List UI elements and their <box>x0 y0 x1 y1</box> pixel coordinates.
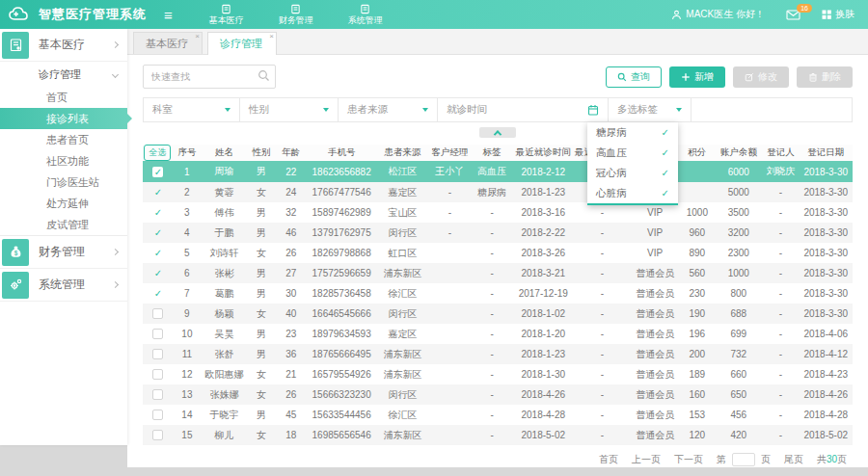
user-greeting[interactable]: MACK医生 你好！ <box>671 8 765 21</box>
tab-bar: 基本医疗 × 诊疗管理 × <box>127 29 868 55</box>
cell-source: 虹口区 <box>377 243 427 263</box>
check-icon: ✓ <box>662 147 669 158</box>
query-button[interactable]: 查询 <box>606 66 662 88</box>
table-row[interactable]: 7 葛鹏 男 30 18285736458 徐汇区 - 2017-12-19 -… <box>143 283 853 304</box>
tag-option-label: 糖尿病 <box>596 126 627 140</box>
sidebar: 基本医疗 诊疗管理 首页 接诊列表 患者首页 社区功能 门诊医生站 <box>0 29 127 445</box>
cell-age: 24 <box>276 182 306 202</box>
notifications-button[interactable]: 16 <box>786 10 800 20</box>
edit-button[interactable]: 修改 <box>733 66 789 88</box>
row-checkbox[interactable] <box>152 308 163 319</box>
cell-doctor: - <box>574 223 630 243</box>
first-page-button[interactable]: 首页 <box>599 453 618 466</box>
row-checkbox[interactable] <box>152 329 163 339</box>
add-button[interactable]: 新增 <box>669 66 725 88</box>
content-tab[interactable]: 基本医疗 × <box>133 32 203 54</box>
chevron-up-icon <box>494 130 502 138</box>
table-row[interactable]: 3 傅伟 男 32 15897462989 宝山区 - - 2018-3-16 … <box>143 202 853 223</box>
table-row[interactable]: 10 吴昊 男 23 18979634593 嘉定区 - 2018-1-20 -… <box>143 324 853 344</box>
row-checkbox[interactable] <box>152 349 163 359</box>
page-number-input[interactable] <box>732 453 755 466</box>
table-row[interactable]: 11 张舒 男 36 18765666495 浦东新区 - 2018-1-23 … <box>143 344 853 364</box>
cell-points: 160 <box>680 384 715 405</box>
tab-close-icon[interactable]: × <box>269 33 274 40</box>
row-checkbox[interactable] <box>152 268 163 278</box>
tag-option-label: 冠心病 <box>596 167 627 180</box>
row-checkbox[interactable] <box>152 227 163 238</box>
cell-doctor: - <box>574 364 630 384</box>
tag-option[interactable]: 糖尿病 ✓ <box>587 122 678 143</box>
table-row[interactable]: 5 刘诗轩 女 26 18269798868 虹口区 - 2018-3-26 -… <box>143 243 853 263</box>
delete-button[interactable]: 删除 <box>797 66 853 88</box>
cell-name: 柳儿 <box>202 425 247 445</box>
cell-points <box>680 161 715 182</box>
tag-option[interactable]: 高血压 ✓ <box>587 143 678 163</box>
row-checkbox[interactable] <box>152 187 163 198</box>
cell-balance: 1000 <box>715 263 763 283</box>
table-row[interactable]: 14 于晓宇 男 45 15633544456 徐汇区 - 2018-4-28 … <box>143 405 853 425</box>
row-checkbox[interactable] <box>152 369 163 380</box>
hamburger-menu-icon[interactable]: ≡ <box>164 8 173 22</box>
cell-source: 嘉定区 <box>377 324 427 344</box>
tab-close-icon[interactable]: × <box>195 33 200 40</box>
sidebar-section-finance[interactable]: $ 财务管理 <box>0 236 127 269</box>
row-checkbox[interactable] <box>152 207 163 218</box>
gender-select[interactable]: 性别 <box>240 98 339 121</box>
tag-option[interactable]: 心脏病 ✓ <box>587 183 678 203</box>
sidebar-menu-item[interactable]: 社区功能 <box>0 150 127 172</box>
table-row[interactable]: 2 黄蓉 女 24 17667477546 嘉定区 - 糖尿病 2018-1-2… <box>143 182 853 202</box>
department-select[interactable]: 科室 <box>144 98 240 121</box>
table-row[interactable]: 1 周瑜 男 22 18623656882 松江区 王小丫 高血压 2018-2… <box>143 161 853 182</box>
cell-gender: 男 <box>247 344 277 364</box>
cell-age: 21 <box>276 364 306 384</box>
table-row[interactable]: 9 杨颖 女 40 16646545666 闵行区 - 2018-1-02 - … <box>143 304 853 324</box>
select-all-checkbox[interactable]: 全选 <box>144 145 171 161</box>
sidebar-menu-item[interactable]: 处方延伸 <box>0 193 127 214</box>
row-checkbox[interactable] <box>152 248 163 258</box>
sidebar-menu-item[interactable]: 首页 <box>0 87 127 108</box>
table-row[interactable]: 4 于鹏 男 46 13791762975 闵行区 - - 2018-2-22 … <box>143 223 853 243</box>
row-checkbox[interactable] <box>152 410 163 420</box>
visit-time-picker[interactable]: 就诊时间 <box>438 98 609 121</box>
row-checkbox[interactable] <box>152 167 163 177</box>
table-row[interactable]: 15 柳儿 女 18 16985656546 浦东新区 - 2018-5-02 … <box>143 425 853 445</box>
top-nav-item[interactable]: 财务管理 <box>279 4 313 25</box>
top-nav-item[interactable]: 基本医疗 <box>209 4 244 25</box>
patient-source-select[interactable]: 患者来源 <box>339 98 438 121</box>
sidebar-menu-item[interactable]: 患者首页 <box>0 129 127 150</box>
cell-gender: 男 <box>247 223 277 243</box>
prev-page-button[interactable]: 上一页 <box>632 453 661 466</box>
sidebar-section-basic-medical[interactable]: 基本医疗 <box>0 29 127 62</box>
cell-registrar: - <box>763 263 800 283</box>
cell-gender: 男 <box>247 161 277 182</box>
content-tab[interactable]: 诊疗管理 × <box>207 32 277 55</box>
sidebar-menu-item[interactable]: 接诊列表 <box>0 108 127 129</box>
table-row[interactable]: 6 张彬 男 27 17572596659 浦东新区 - 2018-3-21 -… <box>143 263 853 283</box>
cell-registrar: - <box>763 202 800 223</box>
row-checkbox[interactable] <box>152 430 163 440</box>
sidebar-section-system[interactable]: 系统管理 <box>0 269 127 302</box>
search-input[interactable] <box>143 65 276 89</box>
sidebar-submenu-treatment-mgmt[interactable]: 诊疗管理 <box>0 62 127 87</box>
cell-source: 嘉定区 <box>377 182 427 202</box>
sidebar-section-label: 系统管理 <box>39 277 85 293</box>
column-header: 最近就诊时间 <box>512 145 574 161</box>
cell-index: 1 <box>173 161 203 182</box>
column-header: 序号 <box>173 145 203 161</box>
sidebar-menu-item[interactable]: 门诊医生站 <box>0 172 127 193</box>
collapse-filters-button[interactable] <box>479 127 516 138</box>
multi-tag-select[interactable]: 多选标签 <box>609 98 692 121</box>
table-row[interactable]: 13 张姝娜 女 26 15666323230 闵行区 - 2018-4-26 … <box>143 384 853 405</box>
cell-last-visit: 2017-12-19 <box>512 283 574 304</box>
row-checkbox[interactable] <box>152 389 163 400</box>
table-row[interactable]: 12 欧阳惠娜 女 21 16579554926 浦东新区 - 2018-1-3… <box>143 364 853 384</box>
top-nav-item[interactable]: 系统管理 <box>348 4 383 25</box>
next-page-button[interactable]: 下一页 <box>674 453 703 466</box>
sidebar-menu-item[interactable]: 皮试管理 <box>0 214 127 235</box>
last-page-button[interactable]: 尾页 <box>784 453 803 466</box>
add-label: 新增 <box>694 70 714 84</box>
tag-option[interactable]: 冠心病 ✓ <box>587 163 678 183</box>
change-skin-button[interactable]: 换肤 <box>822 8 854 21</box>
cell-name: 张彬 <box>202 263 247 283</box>
row-checkbox[interactable] <box>152 288 163 299</box>
